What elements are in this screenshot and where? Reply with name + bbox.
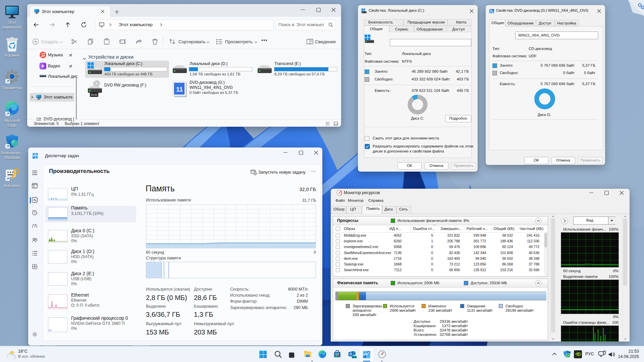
- svg-text:11: 11: [176, 86, 183, 93]
- svg-text:DVD: DVD: [91, 93, 97, 97]
- svg-text:O: O: [350, 352, 352, 356]
- svg-text:NEW: NEW: [352, 356, 357, 358]
